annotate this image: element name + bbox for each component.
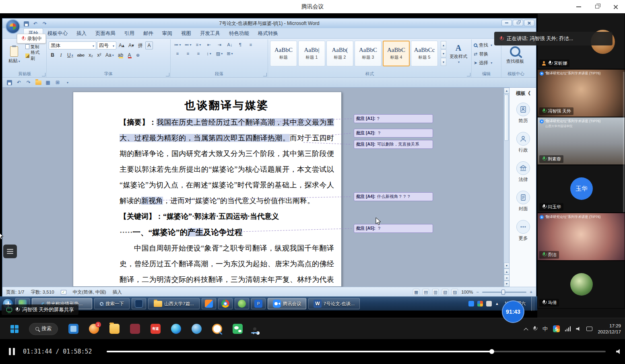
comment-a3[interactable]: 批注 [A3]:可以删除，无直接关系 — [354, 140, 433, 149]
search-app-button[interactable] — [212, 324, 222, 334]
save-button[interactable] — [6, 79, 13, 86]
style-item-heading4[interactable]: AaBbC标题 4 — [383, 41, 410, 66]
tab-developer[interactable]: 开发工具 — [196, 29, 225, 38]
style-item-heading3[interactable]: AaBbC标题 3 — [355, 41, 382, 66]
tab-special-features[interactable]: 特色功能 — [225, 29, 254, 38]
change-styles-button[interactable]: A 更改样式 — [448, 41, 469, 66]
seek-handle[interactable] — [489, 349, 494, 354]
network-icon[interactable] — [565, 327, 571, 331]
clipboard-dialog-launcher[interactable] — [42, 73, 45, 76]
vertical-scrollbar[interactable]: ▲ ▼ ▲ ● ▼ — [503, 88, 509, 287]
scroll-up-button[interactable]: ▲ — [504, 88, 509, 94]
bullets-button[interactable]: ≔ — [173, 41, 182, 49]
template-item-more[interactable]: 更多 — [516, 220, 530, 241]
styles-scroll-down-button[interactable]: ▼ — [441, 49, 446, 58]
open-button[interactable] — [35, 79, 42, 86]
subscript-button[interactable]: x₂ — [87, 51, 95, 59]
app-button-red[interactable] — [130, 324, 140, 334]
style-item-heading2[interactable]: AaBb(标题 2 — [326, 41, 353, 66]
template-item-admin[interactable]: 行政 — [516, 132, 530, 153]
zoom-out-button[interactable]: − — [476, 290, 479, 294]
tab-template-center[interactable]: 模板中心 — [43, 29, 72, 38]
highlight-color-button[interactable]: ab — [116, 51, 125, 59]
restore-button[interactable] — [588, 0, 606, 13]
style-item-title[interactable]: AaBbC标题 — [270, 41, 297, 66]
multilevel-list-button[interactable]: ≡ — [194, 41, 203, 49]
justify-button[interactable]: ≡ — [194, 49, 203, 58]
scrollbar-thumb[interactable] — [504, 95, 509, 141]
select-browse-object-button[interactable]: ● — [504, 275, 509, 281]
comment-a1[interactable]: 批注 [A1]:? — [354, 114, 433, 123]
browser-360-button[interactable] — [235, 298, 249, 309]
meeting-toolbar-toggle[interactable] — [3, 245, 17, 258]
next-page-button[interactable]: ▼ — [504, 281, 509, 287]
save-button[interactable] — [23, 20, 30, 27]
grow-font-button[interactable]: A▴ — [117, 41, 126, 49]
tab-mailings[interactable]: 邮件 — [139, 29, 158, 38]
tab-insert[interactable]: 插入 — [72, 29, 91, 38]
youdao-button[interactable]: 有道 — [151, 324, 161, 334]
word-minimize-button[interactable] — [501, 20, 512, 26]
font-name-select[interactable]: 黑体 — [49, 41, 96, 49]
tab-format-convert[interactable]: 格式转换 — [254, 29, 283, 38]
file-explorer-button[interactable] — [109, 324, 120, 334]
template-panel-header[interactable]: 模板《 — [516, 90, 530, 97]
font-dialog-launcher[interactable] — [166, 73, 169, 76]
participant-tile-qiaojie[interactable]: “翻译研究论坛”系列学术讲座 (TIP76) 乔洁 — [537, 213, 625, 261]
select-button[interactable]: ➤选择 — [474, 59, 499, 67]
tray-icon[interactable] — [468, 301, 474, 306]
template-item-cover[interactable]: 封面 — [516, 191, 530, 212]
paragraph-dialog-launcher[interactable] — [263, 73, 267, 76]
pause-button[interactable] — [9, 348, 15, 355]
styles-scroll-up-button[interactable]: ▲ — [441, 41, 446, 49]
start-button[interactable] — [10, 325, 19, 333]
word-close-button[interactable] — [524, 20, 534, 26]
draw-borders-button[interactable]: ⊞ — [54, 79, 61, 86]
word-document-button[interactable]: W7号论文-也谈... — [308, 298, 360, 309]
styles-dialog-launcher[interactable] — [467, 73, 470, 76]
word-count[interactable]: 字数: 3,510 — [31, 289, 54, 295]
replace-button[interactable]: ⇄替换 — [474, 50, 499, 58]
zoom-slider[interactable] — [482, 292, 526, 293]
sogou-icon[interactable]: S — [553, 325, 560, 332]
align-right-button[interactable]: ≡ — [183, 49, 193, 58]
zoom-level[interactable]: 100% — [461, 290, 473, 294]
redo-button[interactable]: ↷ — [25, 79, 32, 86]
search-window-button[interactable]: 搜索一下 — [94, 298, 130, 309]
desktop-window-button[interactable] — [132, 298, 146, 309]
comment-a2[interactable]: 批注 [A2]:？ — [354, 129, 433, 138]
change-case-button[interactable]: Aa — [104, 51, 116, 59]
character-border-button[interactable]: A — [145, 41, 153, 49]
tab-references[interactable]: 引用 — [120, 29, 139, 38]
office-button[interactable] — [6, 19, 20, 34]
zoom-in-button[interactable]: + — [530, 290, 532, 294]
minimize-button[interactable] — [569, 0, 588, 13]
align-left-button[interactable]: ≡ — [246, 41, 256, 49]
phonetic-guide-button[interactable]: 拼 — [136, 41, 144, 49]
decrease-indent-button[interactable]: ⇤ — [204, 41, 214, 49]
chrome-button[interactable] — [218, 298, 233, 309]
task-view-button[interactable] — [68, 324, 78, 334]
customize-qat-button[interactable] — [64, 79, 71, 86]
tab-page-layout[interactable]: 页面布局 — [91, 29, 120, 38]
redo-button[interactable]: ↷ — [41, 20, 48, 27]
wechat-button[interactable] — [233, 324, 243, 334]
italic-button[interactable]: I — [57, 51, 65, 59]
meeting-app-button[interactable] — [253, 327, 256, 331]
sort-button[interactable]: A↓ — [225, 41, 235, 49]
undo-button[interactable]: ↶ — [15, 79, 23, 86]
participant-tile-fengzhiqiang[interactable]: “翻译研究论坛”系列学术讲座 (TIP76) 冯智强 天外 — [537, 69, 625, 117]
volume-icon[interactable] — [616, 349, 623, 355]
word-restore-button[interactable] — [513, 20, 523, 26]
print-layout-view-button[interactable]: ▦ — [413, 289, 419, 295]
video-app-button[interactable] — [202, 298, 216, 309]
page-indicator[interactable]: 页面: 1/7 — [6, 289, 24, 295]
seek-bar[interactable] — [107, 351, 606, 352]
numbering-button[interactable]: ≕ — [183, 41, 193, 49]
insert-mode-indicator[interactable]: 插入 — [113, 289, 122, 295]
underline-button[interactable]: U — [66, 51, 75, 59]
paste-button[interactable]: 粘贴 — [5, 41, 23, 70]
superscript-button[interactable]: x² — [95, 51, 103, 59]
volume-icon[interactable] — [576, 327, 581, 331]
tray-expand-icon[interactable]: ▲ — [495, 302, 499, 306]
